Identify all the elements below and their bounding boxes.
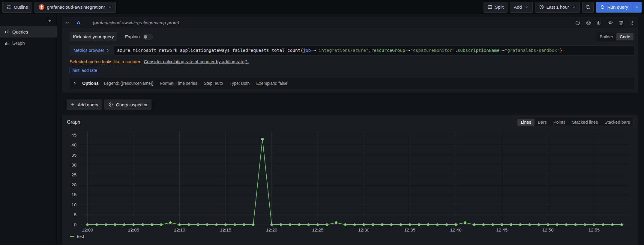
add-query-button[interactable]: Add query <box>67 99 102 110</box>
graph-style-bars[interactable]: Bars <box>535 119 550 126</box>
outline-label: Outline <box>14 4 28 10</box>
collapse-outline-icon[interactable] <box>46 18 52 23</box>
clock-icon <box>539 4 544 10</box>
option-summary-item: Exemplars: false <box>256 81 287 86</box>
svg-text:12:10: 12:10 <box>174 227 185 232</box>
editor-mode-builder[interactable]: Builder <box>596 33 616 40</box>
option-summary-item: Step: auto <box>204 81 223 86</box>
option-summary-item: Legend: {{resourceName}} <box>104 81 154 86</box>
datasource-name: grafanacloud-awsintegrationr <box>47 4 105 10</box>
time-range-picker[interactable]: Last 1 hour <box>535 2 580 13</box>
svg-text:10: 10 <box>71 202 76 207</box>
hide-response-eye-icon[interactable] <box>607 20 613 25</box>
legend-series-label[interactable]: test <box>77 234 84 239</box>
legend-series-swatch[interactable] <box>70 236 74 237</box>
editor-mode-code[interactable]: Code <box>616 33 634 40</box>
run-query-dropdown[interactable] <box>632 2 642 13</box>
svg-text:15: 15 <box>71 192 76 197</box>
chevron-down-icon <box>525 5 529 9</box>
graph-style-points[interactable]: Points <box>550 119 569 126</box>
svg-text:20: 20 <box>71 182 76 187</box>
svg-text:12:40: 12:40 <box>450 227 462 232</box>
plus-icon <box>70 102 75 107</box>
svg-text:12:05: 12:05 <box>128 227 139 232</box>
explain-toggle[interactable] <box>143 34 153 40</box>
sidebar-item-queries[interactable]: Queries <box>0 26 57 37</box>
sidebar-item-graph[interactable]: Graph <box>0 37 57 49</box>
outline-button[interactable]: Outline <box>2 2 32 13</box>
add-rate-link[interactable]: Consider calculating rate of counter by … <box>144 59 248 64</box>
svg-text:30: 30 <box>71 162 76 167</box>
svg-text:12:30: 12:30 <box>358 227 370 232</box>
query-options-row[interactable]: Options Legend: {{resourceName}}Format: … <box>70 78 634 89</box>
split-label: Split <box>495 4 504 10</box>
datasource-picker[interactable]: grafanacloud-awsintegrationr <box>34 2 116 13</box>
hint-add-rate-button[interactable]: hint: add rate <box>70 67 100 74</box>
add-button[interactable]: Add <box>510 2 533 13</box>
disable-query-icon[interactable] <box>586 20 591 25</box>
graph-panel-title: Graph <box>67 120 80 125</box>
svg-text:12:25: 12:25 <box>312 227 323 232</box>
graph-panel: Graph LinesBarsPointsStacked linesStacke… <box>62 115 638 245</box>
code-icon <box>4 29 9 34</box>
metrics-browser-label: Metrics browser <box>73 48 104 53</box>
time-range-label: Last 1 hour <box>547 4 569 10</box>
outline-icon <box>6 4 11 10</box>
metrics-browser-button[interactable]: Metrics browser <box>70 45 114 55</box>
split-button[interactable]: Split <box>484 2 508 13</box>
copy-query-icon[interactable] <box>597 20 602 25</box>
kick-start-query-button[interactable]: Kick start your query <box>70 32 117 41</box>
svg-text:12:15: 12:15 <box>220 227 231 232</box>
time-series-chart[interactable]: 12:0012:0512:1012:1512:2012:2512:3012:35… <box>62 128 638 234</box>
chevron-right-icon <box>73 81 77 85</box>
svg-text:35: 35 <box>71 152 76 158</box>
graph-style-stacked-lines[interactable]: Stacked lines <box>569 119 601 126</box>
run-query-button[interactable]: Run query <box>596 2 642 13</box>
explain-label: Explain <box>125 34 140 39</box>
top-toolbar: Outline grafanacloud-awsintegrationr <box>0 0 644 14</box>
chart-legend: test <box>62 234 638 239</box>
remove-query-trash-icon[interactable] <box>619 20 624 25</box>
chevron-down-icon <box>572 5 576 9</box>
svg-text:5: 5 <box>74 212 76 217</box>
collapse-query-icon[interactable] <box>65 21 70 25</box>
option-summary-item: Type: Both <box>229 81 250 86</box>
sidebar-item-label: Queries <box>12 29 28 34</box>
editor-mode-switch: Builder Code <box>596 33 634 41</box>
query-datasource-hint: (grafanacloud-awsintegrationrevamp-prom) <box>93 20 179 25</box>
svg-text:45: 45 <box>71 132 76 137</box>
query-inspector-button[interactable]: Query inspector <box>104 99 151 110</box>
svg-text:12:50: 12:50 <box>542 227 554 232</box>
graph-style-stacked-bars[interactable]: Stacked bars <box>601 119 633 126</box>
graph-style-switch: LinesBarsPointsStacked linesStacked bars <box>517 118 634 126</box>
promql-query-input[interactable]: azure_microsoft_network_applicationgatew… <box>114 45 634 55</box>
svg-text:0: 0 <box>74 222 76 227</box>
options-label: Options <box>82 81 99 86</box>
help-icon[interactable] <box>575 20 580 25</box>
content-outline-sidebar: Queries Graph <box>0 14 57 245</box>
svg-text:12:45: 12:45 <box>496 227 508 232</box>
zoom-out-button[interactable] <box>582 2 594 13</box>
svg-text:40: 40 <box>71 142 76 147</box>
counter-warning-text: Selected metric looks like a counter. <box>70 59 141 64</box>
svg-text:25: 25 <box>71 172 76 177</box>
drag-handle-grip-icon[interactable] <box>629 20 634 25</box>
search-minus-icon <box>585 4 591 10</box>
option-summary-item: Format: Time series <box>160 81 197 86</box>
split-icon <box>487 4 493 10</box>
query-ref-id[interactable]: A <box>77 20 80 25</box>
svg-text:12:00: 12:00 <box>82 227 93 232</box>
svg-text:12:55: 12:55 <box>589 227 600 232</box>
add-query-label: Add query <box>78 102 98 107</box>
run-query-label: Run query <box>607 4 628 10</box>
sidebar-item-label: Graph <box>12 40 25 46</box>
info-circle-icon <box>108 102 113 107</box>
bar-graph-icon <box>4 40 9 46</box>
query-inspector-label: Query inspector <box>116 102 148 107</box>
add-label: Add <box>514 4 522 10</box>
sync-icon <box>600 4 605 10</box>
svg-text:12:20: 12:20 <box>266 227 277 232</box>
graph-style-lines[interactable]: Lines <box>517 119 535 126</box>
svg-text:12:35: 12:35 <box>404 227 415 232</box>
chevron-down-icon <box>108 5 112 9</box>
